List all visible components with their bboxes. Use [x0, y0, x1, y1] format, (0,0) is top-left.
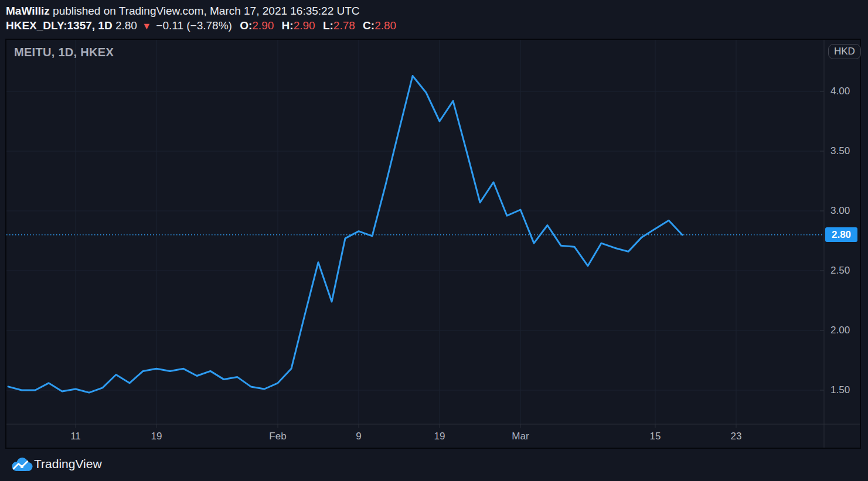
- price-axis-label: 3.00: [830, 205, 860, 217]
- currency-badge: HKD: [828, 44, 861, 59]
- time-axis-label: 9: [338, 431, 379, 442]
- time-axis-label: 11: [55, 431, 96, 442]
- current-price-badge: 2.80: [825, 227, 857, 242]
- price-axis-label: 1.50: [830, 384, 860, 396]
- last-price: 2.80: [115, 19, 137, 32]
- low-value: 2.78: [333, 19, 355, 32]
- symbol-name: HKEX_DLY:1357, 1D: [6, 19, 113, 32]
- chart-legend: MEITU, 1D, HKEX: [14, 46, 114, 59]
- price-series-line: [8, 76, 682, 393]
- time-axis-label: Feb: [257, 431, 298, 442]
- price-line-chart: [6, 40, 860, 448]
- high-value: 2.90: [294, 19, 315, 32]
- price-axis[interactable]: HKD 2.80 4.003.503.002.502.001.50: [824, 40, 860, 424]
- tradingview-logo-icon[interactable]: [11, 454, 33, 475]
- publish-info-line: MaWilliz published on TradingView.com, M…: [6, 5, 360, 18]
- close-label: C:: [363, 19, 375, 32]
- price-axis-label: 2.50: [830, 265, 860, 277]
- price-axis-label: 2.00: [830, 325, 860, 336]
- open-label: O:: [240, 19, 252, 32]
- tradingview-snapshot-page: MaWilliz published on TradingView.com, M…: [0, 0, 868, 481]
- author-name: MaWilliz: [6, 5, 50, 17]
- high-label: H:: [282, 19, 294, 32]
- close-value: 2.80: [375, 19, 396, 32]
- time-axis-label: 23: [716, 431, 757, 442]
- time-axis-label: 19: [419, 431, 460, 442]
- price-axis-label: 4.00: [830, 86, 860, 97]
- time-axis[interactable]: 1119Feb919Mar1523: [6, 424, 860, 448]
- time-axis-label: Mar: [500, 431, 541, 442]
- chart-plot-area[interactable]: MEITU, 1D, HKEX: [6, 40, 824, 424]
- published-text: published on TradingView.com, March 17, …: [50, 5, 360, 17]
- time-axis-label: 19: [136, 431, 177, 442]
- open-value: 2.90: [252, 19, 274, 32]
- low-label: L:: [323, 19, 333, 32]
- time-axis-label: 15: [635, 431, 676, 442]
- arrow-down-icon: ▼: [140, 21, 153, 31]
- price-change: −0.11 (−3.78%): [156, 19, 232, 32]
- snapshot-footer: TradingView: [0, 449, 868, 481]
- symbol-info-line: HKEX_DLY:1357, 1D 2.80 ▼ −0.11 (−3.78%) …: [6, 19, 396, 32]
- tradingview-brand-text[interactable]: TradingView: [34, 457, 102, 471]
- chart-frame: MEITU, 1D, HKEX HKD 2.80 4.003.503.002.5…: [5, 39, 861, 449]
- price-axis-label: 3.50: [830, 145, 860, 157]
